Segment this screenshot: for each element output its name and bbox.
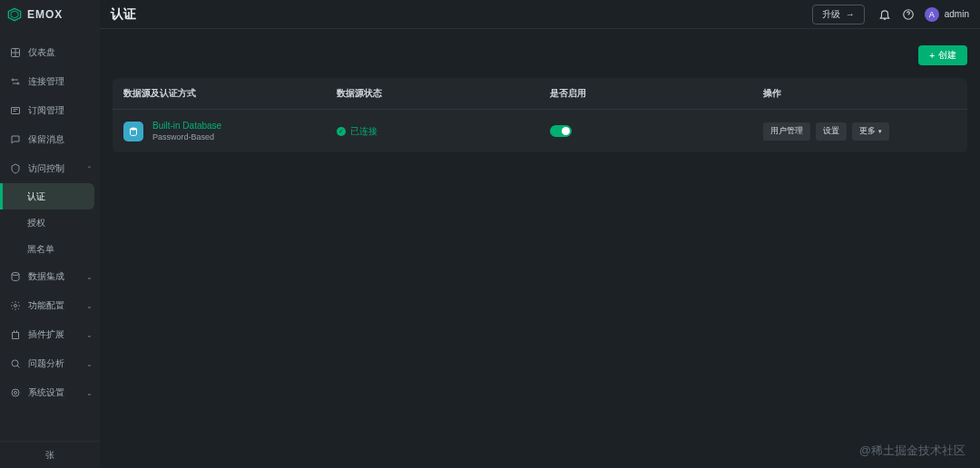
svg-marker-0 — [8, 8, 20, 20]
integration-icon — [9, 270, 22, 283]
source-name-link[interactable]: Built-in Database — [152, 121, 221, 131]
toolbar: + 创建 — [113, 45, 967, 65]
gear-icon — [9, 386, 22, 399]
settings-label: 设置 — [823, 125, 839, 137]
user-name: admin — [945, 9, 969, 19]
sidebar-item-label: 保留消息 — [28, 133, 93, 146]
subnav-label: 授权 — [27, 217, 45, 229]
more-button[interactable]: 更多▾ — [852, 122, 889, 141]
bell-icon[interactable] — [877, 7, 892, 22]
brand: EMOX — [0, 0, 100, 29]
sidebar-item-label: 数据集成 — [28, 270, 80, 283]
create-label: 创建 — [938, 49, 956, 62]
sidebar-item-integration[interactable]: 数据集成 ⌄ — [0, 262, 100, 291]
subnav-item-authorize[interactable]: 授权 — [0, 210, 100, 236]
page-title: 认证 — [111, 6, 136, 23]
brand-logo-icon — [7, 7, 22, 22]
svg-point-8 — [12, 360, 18, 366]
sidebar-item-access[interactable]: 访问控制 ⌃ — [0, 154, 100, 183]
upgrade-button[interactable]: 升级 → — [812, 5, 865, 24]
shield-icon — [9, 162, 22, 175]
sidebar-item-label: 功能配置 — [28, 299, 80, 312]
chevron-up-icon: ⌃ — [86, 165, 93, 173]
sidebar-item-connections[interactable]: 连接管理 — [0, 67, 100, 96]
chevron-down-icon: ⌄ — [86, 302, 93, 310]
database-icon — [123, 122, 143, 141]
svg-point-6 — [12, 273, 19, 276]
chevron-down-icon: ⌄ — [86, 331, 93, 339]
avatar[interactable]: A — [925, 7, 939, 22]
connection-icon — [9, 75, 22, 88]
source-subtitle: Password-Based — [152, 132, 221, 141]
col-source: 数据源及认证方式 — [123, 87, 337, 100]
col-status: 数据源状态 — [337, 87, 550, 100]
nav: 仪表盘 连接管理 订阅管理 保留消息 访问控制 ⌃ 认证 授权 — [0, 29, 100, 441]
subnav-access: 认证 授权 黑名单 — [0, 183, 100, 262]
plugin-icon — [9, 328, 22, 341]
svg-point-9 — [12, 389, 19, 396]
enable-switch[interactable] — [550, 125, 572, 137]
sidebar-item-label: 问题分析 — [28, 357, 80, 370]
sidebar-item-label: 插件扩展 — [28, 328, 80, 341]
sidebar-item-retained[interactable]: 保留消息 — [0, 125, 100, 154]
col-actions: 操作 — [763, 87, 956, 100]
collapse-label: 张 — [45, 449, 54, 462]
subnav-label: 黑名单 — [27, 243, 54, 256]
settings-button[interactable]: 设置 — [816, 122, 847, 141]
table-row: Built-in Database Password-Based 已连接 — [113, 110, 967, 152]
status-cell: 已连接 — [337, 125, 550, 138]
chevron-down-icon: ⌄ — [86, 273, 93, 281]
brand-text: EMOX — [27, 8, 63, 21]
retained-icon — [9, 133, 22, 146]
chevron-down-icon: ⌄ — [86, 360, 93, 368]
table-header: 数据源及认证方式 数据源状态 是否启用 操作 — [113, 78, 967, 110]
sidebar-item-config[interactable]: 功能配置 ⌄ — [0, 291, 100, 320]
config-icon — [9, 299, 22, 312]
subnav-item-blacklist[interactable]: 黑名单 — [0, 236, 100, 262]
sidebar-item-subscriptions[interactable]: 订阅管理 — [0, 96, 100, 125]
dashboard-icon — [9, 46, 22, 59]
sidebar-item-diagnose[interactable]: 问题分析 ⌄ — [0, 349, 100, 378]
avatar-initial: A — [929, 10, 935, 19]
sidebar-item-label: 连接管理 — [28, 75, 93, 88]
sidebar-item-system[interactable]: 系统设置 ⌄ — [0, 378, 100, 407]
more-label: 更多 — [859, 125, 876, 137]
sidebar-item-label: 系统设置 — [28, 386, 80, 399]
source-cell: Built-in Database Password-Based — [123, 121, 337, 141]
watermark: @稀土掘金技术社区 — [859, 443, 965, 459]
actions-cell: 用户管理 设置 更多▾ — [763, 122, 956, 141]
sidebar-collapse[interactable]: 张 — [0, 441, 100, 468]
caret-down-icon: ▾ — [878, 128, 882, 135]
main: 认证 升级 → A admin + 创建 数据源及认证方式 数据源状态 — [100, 0, 980, 468]
check-circle-icon — [337, 127, 346, 136]
sidebar-item-plugins[interactable]: 插件扩展 ⌄ — [0, 320, 100, 349]
users-button[interactable]: 用户管理 — [763, 122, 810, 141]
sidebar: EMOX 仪表盘 连接管理 订阅管理 保留消息 访问控制 ⌃ — [0, 0, 100, 468]
svg-point-7 — [15, 305, 17, 307]
svg-point-12 — [131, 127, 137, 130]
topbar: 认证 升级 → A admin — [100, 0, 980, 29]
diagnose-icon — [9, 357, 22, 370]
col-enable: 是否启用 — [550, 87, 763, 100]
sidebar-item-label: 仪表盘 — [28, 46, 93, 59]
upgrade-label: 升级 — [822, 8, 840, 21]
sidebar-item-label: 订阅管理 — [28, 104, 93, 117]
subnav-item-auth[interactable]: 认证 — [0, 183, 94, 210]
status-text: 已连接 — [350, 125, 377, 138]
plus-icon: + — [929, 51, 935, 61]
subnav-label: 认证 — [27, 190, 45, 203]
sidebar-item-label: 访问控制 — [28, 162, 80, 175]
svg-marker-1 — [11, 11, 18, 18]
subscription-icon — [9, 104, 22, 117]
chevron-down-icon: ⌄ — [86, 389, 93, 397]
users-label: 用户管理 — [770, 125, 803, 137]
svg-point-10 — [15, 392, 17, 395]
help-icon[interactable] — [901, 7, 916, 22]
auth-table: 数据源及认证方式 数据源状态 是否启用 操作 Built-in Database — [113, 78, 967, 152]
sidebar-item-dashboard[interactable]: 仪表盘 — [0, 38, 100, 67]
create-button[interactable]: + 创建 — [918, 45, 967, 65]
content: + 创建 数据源及认证方式 数据源状态 是否启用 操作 — [100, 29, 980, 468]
arrow-right-icon: → — [846, 9, 855, 19]
